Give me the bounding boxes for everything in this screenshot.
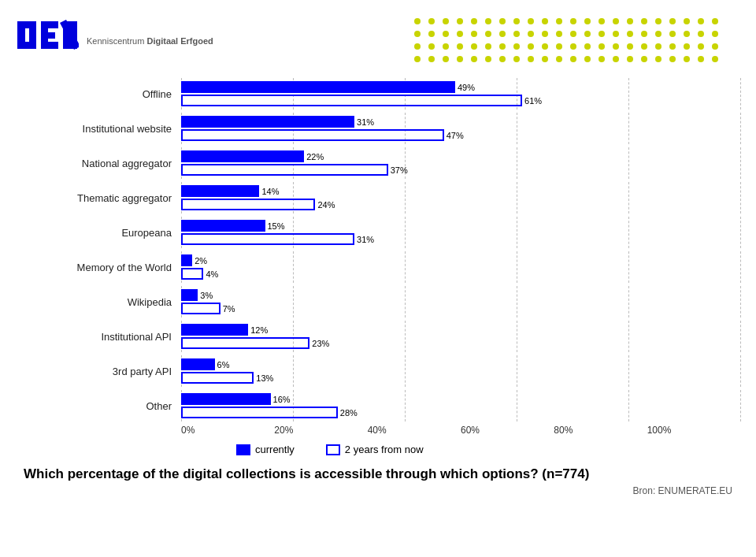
x-tick-100: 100%: [647, 425, 740, 436]
svg-point-63: [513, 43, 520, 50]
bar-future-label: 47%: [447, 131, 464, 140]
chart-row: Institutional API12%23%: [16, 321, 740, 352]
svg-point-86: [528, 56, 534, 62]
chart-row: Institutional website31%47%: [16, 113, 740, 144]
svg-point-57: [428, 43, 435, 50]
source-text: Bron: ENUMERATE.EU: [0, 485, 756, 496]
svg-point-95: [655, 56, 662, 62]
svg-point-74: [669, 43, 676, 50]
row-label: National aggregator: [16, 158, 181, 169]
svg-point-97: [684, 56, 690, 62]
bar-future: [181, 129, 444, 141]
svg-point-39: [485, 31, 491, 37]
bar-current-label: 49%: [458, 83, 475, 92]
bar-group: 22%37%: [181, 147, 740, 179]
bar-future: [181, 164, 388, 176]
svg-point-37: [457, 31, 463, 37]
chart-row: Europeana15%31%: [16, 217, 740, 248]
legend-currently-icon: [236, 444, 250, 455]
bar-future: [181, 95, 522, 106]
svg-point-82: [471, 56, 477, 62]
svg-point-30: [669, 18, 676, 24]
svg-point-33: [712, 18, 718, 24]
bar-future: [181, 407, 338, 418]
svg-point-68: [584, 43, 591, 50]
bar-future: [181, 199, 315, 210]
legend-future-label: 2 years from now: [345, 444, 424, 455]
row-label: Wikipedia: [16, 296, 181, 308]
svg-point-25: [598, 18, 605, 24]
svg-point-32: [698, 18, 704, 24]
svg-point-87: [542, 56, 548, 62]
svg-rect-6: [41, 32, 55, 39]
chart-row: Offline49%61%: [16, 78, 740, 110]
bar-future: [181, 233, 354, 245]
bar-group: 16%28%: [181, 390, 740, 421]
bar-current-label: 6%: [217, 360, 230, 369]
bar-current-label: 3%: [200, 291, 213, 300]
bar-current: [181, 289, 198, 301]
bar-future-label: 61%: [524, 96, 542, 106]
bar-future-label: 23%: [312, 339, 329, 348]
svg-point-61: [485, 43, 491, 50]
svg-point-42: [528, 31, 534, 37]
legend-currently-label: currently: [255, 444, 295, 455]
svg-point-76: [698, 43, 704, 50]
svg-point-18: [499, 18, 506, 24]
row-label: Europeana: [16, 227, 181, 239]
bar-future-label: 7%: [223, 304, 235, 314]
legend-currently: currently: [236, 444, 295, 455]
svg-point-92: [613, 56, 619, 62]
svg-point-46: [584, 31, 591, 37]
bar-group: 15%31%: [181, 217, 740, 248]
chart-row: National aggregator22%37%: [16, 147, 740, 179]
svg-point-78: [414, 56, 421, 62]
svg-point-17: [485, 18, 491, 24]
svg-point-91: [598, 56, 605, 62]
svg-point-96: [669, 56, 676, 62]
logo-text: Kenniscentrum Digitaal Erfgoed: [87, 36, 213, 46]
svg-point-44: [556, 31, 562, 37]
svg-point-27: [627, 18, 633, 24]
bar-group: 49%61%: [181, 78, 740, 110]
row-label: Offline: [16, 88, 181, 100]
svg-point-47: [598, 31, 605, 37]
x-tick-40: 40%: [368, 425, 461, 436]
svg-point-59: [457, 43, 463, 50]
bar-chart: Offline49%61%Institutional website31%47%…: [16, 78, 740, 455]
svg-point-88: [556, 56, 562, 62]
svg-point-43: [542, 31, 548, 37]
bar-current-label: 15%: [268, 221, 285, 231]
svg-point-53: [684, 31, 690, 37]
legend: currently 2 years from now: [236, 444, 740, 455]
svg-point-56: [414, 43, 421, 50]
svg-point-52: [669, 31, 676, 37]
svg-point-23: [570, 18, 576, 24]
svg-point-54: [698, 31, 704, 37]
svg-point-34: [414, 31, 421, 37]
svg-rect-5: [41, 21, 58, 28]
svg-point-64: [528, 43, 534, 50]
svg-point-94: [641, 56, 647, 62]
svg-point-66: [556, 43, 562, 50]
svg-point-69: [598, 43, 605, 50]
svg-point-41: [513, 31, 520, 37]
svg-rect-11: [70, 21, 77, 49]
svg-point-75: [684, 43, 690, 50]
x-axis: 0% 20% 40% 60% 80% 100%: [181, 425, 740, 436]
bar-current-label: 12%: [250, 325, 268, 335]
svg-point-60: [471, 43, 477, 50]
bar-future: [181, 372, 254, 384]
x-tick-0: 0%: [181, 425, 274, 436]
svg-point-24: [584, 18, 591, 24]
svg-point-36: [443, 31, 449, 37]
svg-point-71: [627, 43, 633, 50]
chart-question: Which percentage of the digital collecti…: [0, 455, 756, 484]
logo-area: Kenniscentrum Digitaal Erfgoed: [16, 17, 213, 65]
chart-row: Other16%28%: [16, 390, 740, 421]
svg-point-98: [698, 56, 704, 62]
svg-point-58: [443, 43, 449, 50]
svg-point-77: [712, 43, 718, 50]
svg-point-67: [570, 43, 576, 50]
bar-future-label: 37%: [391, 165, 408, 175]
